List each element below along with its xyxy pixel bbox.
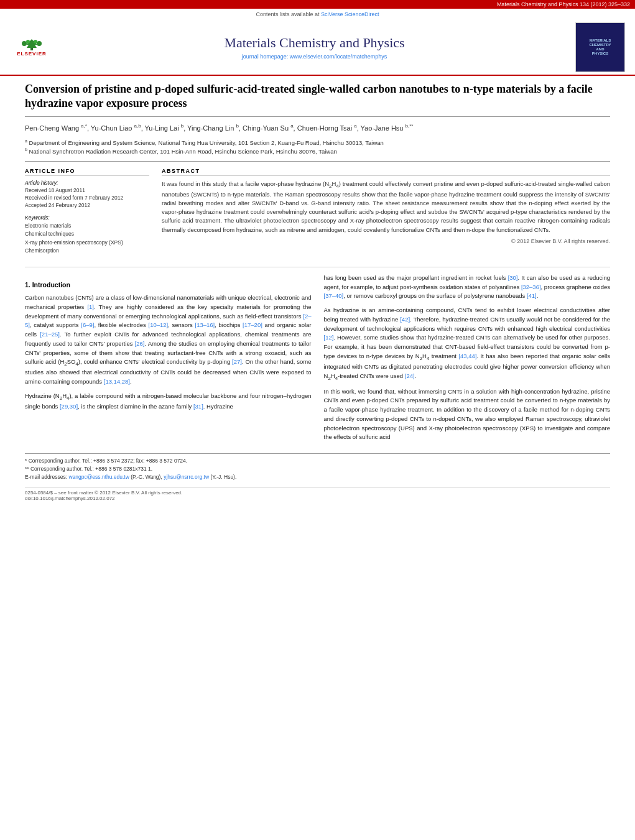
body-para-4: As hydrazine is an amine-containing comp… — [324, 306, 611, 382]
journal-title: Materials Chemistry and Physics — [53, 35, 575, 51]
ref-41[interactable]: [41] — [527, 292, 537, 299]
ref-13-14-28[interactable]: [13,14,28] — [104, 378, 130, 385]
body-para-3: has long been used as the major propella… — [324, 274, 611, 301]
article-info-abstract-area: ARTICLE INFO Article history: Received 1… — [25, 168, 610, 261]
journal-name-area: ELSEVIER Materials Chemistry and Physics… — [0, 19, 635, 76]
ref-2-5[interactable]: [2–5] — [25, 313, 312, 329]
logo-title: MATERIALSCHEMISTRYANDPHYSICS — [589, 39, 611, 57]
elsevier-tree-icon — [20, 39, 44, 51]
email-1[interactable]: wangpc@ess.nthu.edu.tw — [68, 474, 129, 480]
ref-24[interactable]: [24] — [405, 372, 415, 379]
section-divider — [25, 267, 610, 267]
sciverse-bar: Contents lists available at SciVerse Sci… — [0, 9, 635, 19]
section1-heading: 1. Introduction — [25, 280, 312, 290]
keyword-1: Electronic materials — [25, 222, 149, 231]
body-para-5: In this work, we found that, without imm… — [324, 387, 611, 442]
elsevier-logo: ELSEVIER — [10, 25, 53, 69]
abstract-text: It was found in this study that a facile… — [162, 180, 610, 234]
footnote-email: E-mail addresses: wangpc@ess.nthu.edu.tw… — [25, 473, 610, 481]
body-text-area: 1. Introduction Carbon nanotubes (CNTs) … — [25, 274, 610, 447]
ref-42[interactable]: [42] — [400, 316, 410, 323]
ref-6-9[interactable]: [6–9] — [81, 321, 94, 328]
svg-point-3 — [37, 41, 42, 46]
email-2[interactable]: yjhsu@nsrrc.org.tw — [164, 474, 209, 480]
ref-29-30[interactable]: [29,30] — [60, 403, 78, 410]
authors: Pen-Cheng Wang a,*, Yu-Chun Liao a,b, Yu… — [25, 123, 610, 134]
accepted-date: Accepted 24 February 2012 — [25, 202, 149, 210]
body-para-1: Carbon nanotubes (CNTs) are a class of l… — [25, 293, 312, 387]
ref-10-12[interactable]: [10–12] — [149, 321, 169, 328]
ref-32-36[interactable]: [32–36] — [521, 284, 541, 290]
keyword-3: X-ray photo-emission spectroscopy (XPS) — [25, 239, 149, 247]
journal-ref: Materials Chemistry and Physics 134 (201… — [497, 1, 630, 7]
affiliations: a Department of Engineering and System S… — [25, 138, 610, 162]
body-col-right: has long been used as the major propella… — [324, 274, 611, 447]
authors-text: Pen-Cheng Wang a,*, Yu-Chun Liao a,b, Yu… — [25, 124, 413, 132]
homepage-url[interactable]: www.elsevier.com/locate/matchemphys — [290, 53, 387, 60]
history-label: Article history: — [25, 180, 149, 186]
article-history-section: Article history: Received 18 August 2011… — [25, 180, 149, 210]
ref-37-40[interactable]: [37–40] — [324, 292, 344, 299]
issn-text: 0254-0584/$ – see front matter © 2012 El… — [25, 490, 610, 496]
keyword-4: Chemisorption — [25, 247, 149, 256]
ref-21-25[interactable]: [21–25] — [40, 331, 60, 338]
ref-26[interactable]: [26] — [135, 340, 145, 347]
body-para-2: Hydrazine (N2H4), a labile compound with… — [25, 392, 312, 412]
ref-30b[interactable]: [30] — [508, 274, 518, 281]
revised-date: Received in revised form 7 February 2012 — [25, 195, 149, 202]
doi-text[interactable]: doi:10.1016/j.matchemphys.2012.02.072 — [25, 496, 610, 501]
journal-logo-right: MATERIALSCHEMISTRYANDPHYSICS — [575, 22, 625, 72]
footnote-2: ** Corresponding author. Tel.: +886 3 57… — [25, 465, 610, 473]
copyright-notice: © 2012 Elsevier B.V. All rights reserved… — [162, 238, 610, 244]
bottom-bar: 0254-0584/$ – see front matter © 2012 El… — [25, 487, 610, 501]
elsevier-label: ELSEVIER — [17, 51, 47, 57]
email1-person: (P.-C. Wang), — [131, 474, 162, 480]
affiliation-a: a Department of Engineering and System S… — [25, 138, 610, 147]
body-col-left: 1. Introduction Carbon nanotubes (CNTs) … — [25, 274, 312, 447]
ref-27[interactable]: [27] — [232, 358, 242, 365]
journal-homepage: journal homepage: www.elsevier.com/locat… — [53, 53, 575, 60]
keywords-list: Electronic materials Chemical techniques… — [25, 222, 149, 256]
received-date: Received 18 August 2011 — [25, 187, 149, 195]
ref-12[interactable]: [12] — [324, 334, 334, 341]
journal-title-center: Materials Chemistry and Physics journal … — [53, 35, 575, 60]
ref-13-16[interactable]: [13–16] — [195, 321, 215, 328]
ref-43-44[interactable]: [43,44] — [458, 353, 476, 359]
footnote-1: * Corresponding author. Tel.: +886 3 574… — [25, 457, 610, 465]
keywords-label: Keywords: — [25, 215, 149, 221]
article-info-column: ARTICLE INFO Article history: Received 1… — [25, 168, 149, 261]
sciverse-text: Contents lists available at — [256, 11, 319, 17]
affiliation-b: b National Synchrotron Radiation Researc… — [25, 147, 610, 155]
article-info-title: ARTICLE INFO — [25, 168, 149, 176]
keywords-section: Keywords: Electronic materials Chemical … — [25, 215, 149, 256]
page: Materials Chemistry and Physics 134 (201… — [0, 0, 635, 840]
journal-header-bar: Materials Chemistry and Physics 134 (201… — [0, 0, 635, 9]
svg-point-4 — [26, 40, 30, 44]
keyword-2: Chemical techniques — [25, 230, 149, 239]
email2-person: (Y.-J. Hsu). — [210, 474, 236, 480]
homepage-label: journal homepage: — [242, 53, 289, 60]
svg-point-5 — [34, 40, 37, 44]
email-label: E-mail addresses: — [25, 474, 67, 480]
article-title: Conversion of pristine and p-doped sulfu… — [25, 82, 610, 117]
ref-17-20[interactable]: [17–20] — [243, 321, 262, 328]
ref-1[interactable]: [1] — [87, 303, 94, 310]
ref-31[interactable]: [31] — [193, 403, 203, 410]
main-content: Conversion of pristine and p-doped sulfu… — [0, 76, 635, 514]
abstract-title: ABSTRACT — [162, 168, 610, 176]
footnote-area: * Corresponding author. Tel.: +886 3 574… — [25, 453, 610, 481]
svg-point-2 — [22, 41, 27, 46]
abstract-column: ABSTRACT It was found in this study that… — [162, 168, 610, 261]
sciverse-link[interactable]: SciVerse ScienceDirect — [321, 11, 379, 17]
